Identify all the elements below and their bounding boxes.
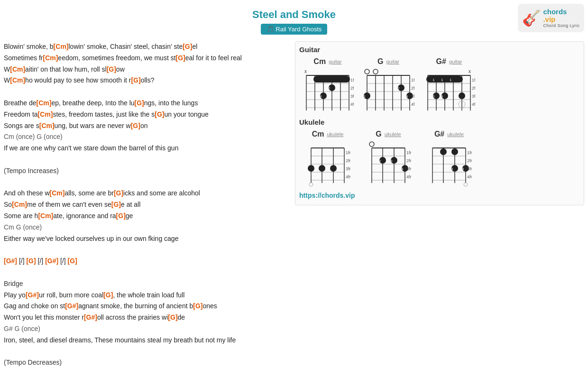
song-title: Steel and Smoke (0, 9, 588, 21)
chord-cm[interactable]: [Cm] (39, 122, 55, 129)
chord-g[interactable]: [G] (131, 76, 140, 84)
lyric-line-9: So[Cm]me of them we can't even se[G]e at… (4, 199, 284, 211)
svg-text:3: 3 (432, 94, 435, 99)
svg-text:3: 3 (451, 167, 453, 171)
chord-gh[interactable]: [G#] (26, 291, 39, 299)
ukulele-gsharp-type[interactable]: ukulele (447, 131, 464, 137)
lyric-line-5: Breathe de[Cm]ep, breathe deep, Into the… (4, 98, 284, 109)
chord-cm[interactable]: [Cm] (10, 65, 25, 73)
svg-text:1: 1 (450, 78, 452, 82)
svg-text:2fr: 2fr (406, 158, 412, 163)
logo-inner: 🎸 chords .vip Chord Song Lyric (522, 8, 579, 28)
guitar-cm-grid: x 1fr 2fr 3fr (302, 67, 354, 114)
lyric-line-2: Sometimes fr[Cm]eedom, sometimes freedom… (4, 53, 284, 64)
guitar-g-name: G (377, 57, 383, 66)
svg-text:2: 2 (379, 159, 381, 163)
guitar-icon: 🎸 (522, 9, 541, 27)
lyric-cage: Either way we've locked ourselves up in … (4, 233, 284, 245)
svg-text:2: 2 (397, 86, 400, 91)
ukulele-cm-type[interactable]: ukulele (327, 131, 343, 137)
svg-point-32 (365, 69, 369, 74)
ukulele-cm-name: Cm (312, 130, 324, 138)
ukulele-gsharp-name: G# (434, 130, 444, 138)
chord-cm[interactable]: [Cm] (10, 76, 25, 84)
chord-panel: Guitar Cm guitar (295, 41, 584, 205)
svg-text:1fr: 1fr (406, 150, 412, 155)
chord-g[interactable]: [G] (131, 122, 140, 129)
svg-text:3fr: 3fr (406, 166, 412, 171)
chord-cm[interactable]: [Cm] (37, 99, 52, 107)
chord-cm[interactable]: [Cm] (43, 54, 58, 62)
chord-g[interactable]: [G] (183, 43, 192, 50)
svg-text:3fr: 3fr (472, 94, 475, 99)
svg-point-116 (440, 148, 447, 155)
chord-g[interactable]: [G] (111, 201, 121, 208)
ukulele-gsharp-name-row: G# ukulele (434, 130, 464, 138)
main-content: Blowin' smoke, b[Cm]lowin' smoke, Chasin… (0, 37, 588, 368)
chord-g[interactable]: [G] (114, 189, 123, 197)
chord-g[interactable]: [G] (135, 99, 144, 107)
lyric-line-4: W[Cm]ho would pay to see how smooth it r… (4, 75, 284, 86)
svg-point-96 (369, 142, 374, 147)
chord-gh3[interactable]: [G#] (84, 313, 97, 321)
svg-rect-12 (313, 76, 350, 83)
guitar-gsharp-type[interactable]: guitar (449, 59, 462, 64)
svg-text:3fr: 3fr (350, 94, 354, 99)
chords-url[interactable]: https://chords.vip (299, 192, 580, 199)
guitar-cm-name-row: Cm guitar (313, 57, 341, 66)
chord-cm[interactable]: [Cm] (12, 201, 27, 208)
lyric-once-1: Cm (once) G (once) (4, 131, 284, 143)
guitar-cm-type[interactable]: guitar (329, 59, 342, 64)
ukulele-cm-diagram: Cm ukulele (299, 130, 356, 187)
svg-text:3fr: 3fr (346, 166, 351, 171)
ukulele-g-diagram: G ukulele (360, 130, 417, 187)
svg-text:4: 4 (406, 94, 408, 99)
svg-text:1: 1 (441, 78, 443, 82)
svg-text:2fr: 2fr (467, 158, 472, 163)
svg-text:3fr: 3fr (411, 94, 414, 99)
svg-text:x: x (469, 69, 471, 74)
chord-g[interactable]: [G] (107, 65, 116, 73)
guitar-g-type[interactable]: guitar (386, 59, 399, 64)
svg-text:2fr: 2fr (411, 86, 414, 91)
chord-g4[interactable]: [G] (168, 313, 177, 321)
svg-text:4: 4 (441, 94, 443, 99)
svg-text:1fr: 1fr (472, 78, 475, 83)
svg-text:4fr: 4fr (350, 102, 354, 107)
svg-text:4fr: 4fr (406, 175, 412, 179)
chord-cm[interactable]: [Cm] (38, 212, 53, 220)
svg-text:4fr: 4fr (472, 102, 475, 107)
lyrics-column: Blowin' smoke, b[Cm]lowin' smoke, Chasin… (4, 41, 287, 368)
chords-column: Guitar Cm guitar (295, 41, 584, 368)
chord-g3[interactable]: [G] (193, 302, 202, 310)
svg-text:4fr: 4fr (346, 175, 351, 179)
svg-point-81 (330, 165, 337, 172)
chord-g[interactable]: [G] (155, 110, 164, 118)
svg-point-62 (459, 92, 465, 99)
chord-gh2[interactable]: [G#] (65, 302, 78, 310)
lyric-once-3: G# G (once) (4, 323, 284, 335)
chord-cm[interactable]: [Cm] (50, 189, 65, 197)
logo: 🎸 chords .vip Chord Song Lyric (518, 4, 584, 32)
artist-badge[interactable]: Rail Yard Ghosts (261, 24, 328, 35)
chord-g2[interactable]: [G] (103, 291, 113, 299)
logo-vip-text: .vip (543, 16, 579, 24)
chord-cm[interactable]: [Cm] (38, 110, 53, 118)
svg-text:3: 3 (390, 159, 393, 163)
svg-text:4: 4 (320, 94, 322, 99)
lyric-once-2: Cm G (once) (4, 222, 284, 233)
chord-g[interactable]: [G] (116, 212, 126, 220)
chord-g[interactable]: [G] (176, 54, 185, 62)
guitar-cm-diagram: Cm guitar (299, 57, 356, 114)
chord-cm[interactable]: [Cm] (54, 43, 69, 50)
lyric-line-13: Won't you let this monster r[G#]oll acro… (4, 312, 284, 323)
lyric-line-7: Songs are s[Cm]ung, but wars are never w… (4, 120, 284, 132)
guitar-chord-row: Cm guitar (299, 57, 580, 114)
header: Steel and Smoke Rail Yard Ghosts (0, 0, 588, 37)
lyric-line-8: And oh these w[Cm]alls, some are br[G]ic… (4, 188, 284, 199)
ukulele-cm-name-row: Cm ukulele (312, 130, 344, 138)
ukulele-g-type[interactable]: ukulele (385, 131, 401, 137)
logo-subtitle-text: Chord Song Lyric (543, 24, 579, 28)
guitar-gsharp-diagram: G# guitar (421, 57, 478, 114)
guitar-g-name-row: G guitar (377, 57, 399, 66)
